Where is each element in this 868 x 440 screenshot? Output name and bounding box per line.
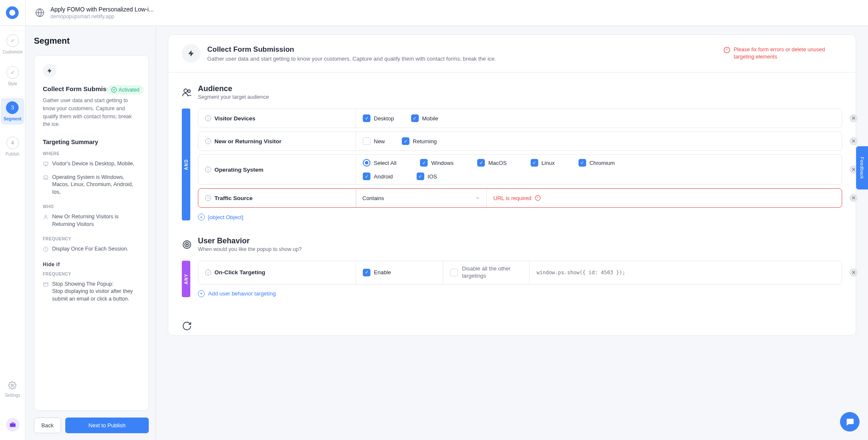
nav-segment[interactable]: 3 Segment <box>1 98 24 125</box>
delete-rule-button[interactable] <box>849 114 858 123</box>
summary-row-device: Visitor's Device is Desktop, Mobile, <box>43 160 140 168</box>
info-icon[interactable]: i <box>205 270 211 276</box>
hide-freq-label: FREQUENCY <box>43 272 140 276</box>
audience-subtitle: Segment your target audience <box>198 94 269 100</box>
monitor-icon <box>43 161 49 167</box>
svg-point-5 <box>45 215 47 217</box>
globe-icon <box>35 8 45 17</box>
info-icon[interactable]: i <box>205 138 211 144</box>
bolt-badge <box>182 44 200 63</box>
user-icon <box>43 214 49 220</box>
target-icon <box>182 239 192 250</box>
nav-style[interactable]: Style <box>6 66 19 86</box>
alert-circle-icon <box>535 195 541 201</box>
delete-rule-button[interactable] <box>849 194 858 202</box>
checkbox-linux[interactable]: Linux <box>531 159 555 167</box>
lightning-icon <box>47 68 53 74</box>
warning-message: Please fix form errors or delete unused … <box>723 46 842 61</box>
nav-case-button[interactable] <box>6 418 19 432</box>
checkbox-returning[interactable]: Returning <box>402 137 437 145</box>
chevron-down-icon <box>475 195 480 201</box>
info-icon[interactable]: i <box>205 115 211 121</box>
next-to-publish-button[interactable]: Next to Publish <box>65 418 149 433</box>
code-snippet: window.ps.show({ id: 4503 }); <box>530 265 842 280</box>
svg-point-1 <box>11 384 14 387</box>
laptop-icon <box>43 175 49 181</box>
check-circle-icon <box>111 87 117 93</box>
checkbox-android[interactable]: Android <box>363 173 393 180</box>
back-button[interactable]: Back <box>34 418 61 433</box>
add-behavior-targeting-button[interactable]: + Add user behavior targeting <box>198 290 842 297</box>
gear-icon <box>8 381 17 390</box>
hide-if-label: Hide if <box>43 262 140 267</box>
summary-row-hide: Stop Showing The Popup: Stop displaying … <box>43 281 140 303</box>
main-card-title: Collect Form Submission <box>207 45 496 54</box>
svg-point-13 <box>185 242 189 247</box>
checkbox-macos[interactable]: MacOS <box>477 159 506 167</box>
chat-icon <box>845 417 854 426</box>
chat-fab[interactable] <box>840 412 860 432</box>
checkbox-chromium[interactable]: Chromium <box>579 159 615 167</box>
frequency-label: FREQUENCY <box>43 237 140 241</box>
traffic-source-select[interactable]: Contains <box>356 189 487 207</box>
checkbox-disable-other[interactable] <box>450 269 458 276</box>
sidebar-title: Segment <box>34 36 149 46</box>
svg-rect-4 <box>44 175 47 178</box>
rule-visitor-devices: i Visitor Devices Desktop Mobile <box>198 109 842 128</box>
alert-circle-icon <box>723 47 730 53</box>
targeting-summary-title: Targeting Summary <box>43 139 140 145</box>
card-header: Collect Form Submission Gather user data… <box>168 35 856 72</box>
audience-title: Audience <box>198 84 269 93</box>
checkbox-ios[interactable]: IOS <box>417 173 437 180</box>
app-logo[interactable] <box>6 6 19 19</box>
nav-rail: Customize Style 3 Segment 4 Publish Sett… <box>0 26 25 440</box>
url-required-cell[interactable]: URL is required <box>487 191 842 206</box>
svg-rect-3 <box>44 162 48 165</box>
step-badge: 4 <box>6 136 19 149</box>
briefcase-icon <box>9 421 16 428</box>
top-header: Apply FOMO with Personalized Low-i... de… <box>0 0 868 26</box>
delete-rule-button[interactable] <box>849 137 858 145</box>
rule-operating-system: i Operating System Select All Windows Ma… <box>198 154 842 185</box>
feedback-tab[interactable]: Feedback <box>856 146 868 189</box>
rule-traffic-source: i Traffic Source Contains URL is require… <box>198 188 842 208</box>
any-rail: ANY <box>182 261 190 297</box>
page-subtitle: demopopupsmart.netlify.app <box>50 14 154 19</box>
summary-row-frequency: Display Once For Each Session. <box>43 245 140 253</box>
main-card-subtitle: Gather user data and start getting to kn… <box>207 56 496 62</box>
frequency-section-peek <box>168 321 856 335</box>
svg-point-12 <box>183 241 191 248</box>
rule-on-click-targeting: i On-Click Targeting Enable Disable all … <box>198 261 842 284</box>
checkbox-windows[interactable]: Windows <box>420 159 453 167</box>
lightning-icon <box>187 50 195 57</box>
info-icon[interactable]: i <box>205 167 211 173</box>
summary-card: Collect Form Submission Gather user data… <box>34 55 149 411</box>
checkbox-desktop[interactable]: Desktop <box>363 114 394 122</box>
add-audience-targeting-button[interactable]: + [object Object] <box>198 214 842 220</box>
checkbox-enable[interactable]: Enable <box>363 269 391 276</box>
summary-row-os: Operating System is Windows, Macos, Linu… <box>43 174 140 196</box>
behavior-subtitle: When would you like the popup to show up… <box>198 246 302 252</box>
content-card: Collect Form Submission Gather user data… <box>168 34 856 336</box>
checkbox-mobile[interactable]: Mobile <box>411 114 438 122</box>
delete-rule-button[interactable] <box>849 268 858 277</box>
svg-point-14 <box>186 244 188 245</box>
page-title: Apply FOMO with Personalized Low-i... <box>50 6 154 13</box>
behavior-title: User Behavior <box>198 237 302 245</box>
who-label: WHO <box>43 204 140 209</box>
step-badge: 3 <box>6 101 19 114</box>
popup-icon <box>43 281 49 287</box>
main-content: Collect Form Submission Gather user data… <box>156 26 868 440</box>
info-icon[interactable]: i <box>205 195 211 201</box>
radio-select-all[interactable]: Select All <box>363 159 396 167</box>
check-icon <box>6 34 19 47</box>
users-icon <box>182 87 192 97</box>
nav-publish[interactable]: 4 Publish <box>6 136 19 156</box>
nav-customize[interactable]: Customize <box>3 34 22 54</box>
checkbox-new[interactable]: New <box>363 137 385 145</box>
check-icon <box>6 66 19 79</box>
nav-settings[interactable]: Settings <box>5 381 20 398</box>
user-behavior-section: User Behavior When would you like the po… <box>168 225 856 301</box>
activated-pill: Activated <box>107 85 144 95</box>
audience-section: Audience Segment your target audience AN… <box>168 72 856 225</box>
